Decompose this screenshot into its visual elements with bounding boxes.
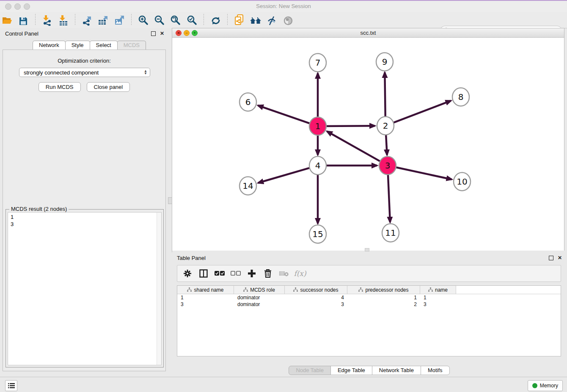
table-options-icon[interactable] (182, 268, 193, 279)
import-network-icon[interactable] (40, 14, 54, 27)
column-header-successor-nodes[interactable]: successor nodes (285, 286, 347, 294)
open-session-icon[interactable] (0, 14, 14, 28)
svg-text:10: 10 (457, 177, 467, 187)
hide-graphics-icon[interactable] (265, 14, 279, 28)
edge-3-10[interactable] (393, 167, 452, 179)
task-history-button[interactable] (5, 380, 17, 391)
graph-node-4[interactable]: 4 (309, 157, 326, 175)
graph-node-10[interactable]: 10 (454, 173, 471, 191)
unselect-all-icon[interactable] (231, 268, 241, 279)
table-cell[interactable]: 4 (285, 295, 347, 301)
table-cell[interactable]: 1 (420, 295, 456, 301)
svg-text:11: 11 (385, 228, 396, 238)
minimize-window-icon[interactable] (14, 3, 21, 10)
graph-node-14[interactable]: 14 (239, 177, 256, 195)
table-cell[interactable]: 1 (347, 295, 420, 301)
graph-node-1[interactable]: 1 (309, 117, 326, 135)
float-panel-icon[interactable] (151, 31, 156, 36)
zoom-fit-icon[interactable] (168, 14, 183, 27)
table-cell[interactable]: dominator (234, 295, 285, 301)
optimization-select-value: strongly connected component (24, 69, 99, 76)
mcds-result-area[interactable]: 1 3 (8, 212, 162, 365)
zoom-selected-icon[interactable] (185, 14, 199, 27)
svg-text:4: 4 (315, 160, 321, 171)
close-table-panel-icon[interactable]: ✕ (558, 255, 562, 261)
import-table-icon[interactable] (56, 14, 71, 27)
export-network-icon[interactable] (80, 14, 94, 27)
maximize-window-icon[interactable] (24, 3, 30, 10)
tab-motifs[interactable]: Motifs (421, 366, 450, 375)
tab-network-table[interactable]: Network Table (372, 366, 421, 375)
network-window-title: scc.txt (172, 30, 564, 36)
table-row[interactable]: 1dominator411 (177, 294, 561, 301)
table-cell[interactable]: 1 (177, 295, 234, 301)
run-mcds-button[interactable]: Run MCDS (39, 82, 81, 92)
tab-select[interactable]: Select (90, 41, 118, 50)
float-table-panel-icon[interactable] (549, 256, 553, 260)
zoom-in-icon[interactable] (136, 14, 151, 27)
edge-3-1[interactable] (327, 131, 383, 163)
save-session-icon[interactable] (16, 14, 30, 28)
toolbar-separator (75, 14, 75, 26)
show-column-panel-icon[interactable] (198, 268, 209, 279)
zoom-out-icon[interactable] (152, 14, 167, 27)
column-header-MCDS-role[interactable]: MCDS role (234, 286, 285, 294)
memory-button[interactable]: Memory (528, 380, 563, 391)
horizontal-splitter-handle[interactable] (365, 248, 369, 251)
graph-node-2[interactable]: 2 (377, 117, 394, 135)
edge-1-2[interactable] (323, 126, 375, 126)
home-icon[interactable] (248, 14, 263, 28)
export-image-icon[interactable] (113, 14, 127, 27)
graph-node-8[interactable]: 8 (452, 88, 469, 106)
apply-layout-icon[interactable] (209, 14, 223, 28)
graph-node-3[interactable]: 3 (379, 157, 396, 175)
delete-column-icon[interactable] (263, 268, 273, 279)
table-cell[interactable]: 3 (420, 301, 456, 307)
node-table[interactable]: shared nameMCDS rolesuccessor nodesprede… (177, 285, 561, 356)
edge-4-14[interactable] (258, 167, 313, 183)
close-panel-button[interactable]: Close panel (87, 82, 130, 92)
table-cell[interactable]: 3 (285, 301, 347, 307)
column-tree-icon (293, 287, 298, 292)
tab-mcds[interactable]: MCDS (117, 41, 146, 50)
tab-style[interactable]: Style (65, 41, 90, 50)
edge-1-6[interactable] (258, 105, 313, 124)
close-panel-icon[interactable]: ✕ (160, 30, 164, 36)
column-header-predecessor-nodes[interactable]: predecessor nodes (347, 286, 420, 294)
add-column-icon[interactable] (247, 268, 257, 279)
svg-text:9: 9 (382, 57, 388, 67)
show-graphics-icon (281, 14, 295, 28)
export-table-icon[interactable] (96, 14, 110, 27)
optimization-select[interactable]: strongly connected component ▲▼ (19, 68, 150, 77)
toolbar-separator (204, 14, 204, 26)
table-cell[interactable]: dominator (234, 301, 285, 307)
column-header-name[interactable]: name (420, 286, 456, 294)
select-all-icon[interactable] (215, 268, 225, 279)
column-header-shared-name[interactable]: shared name (177, 286, 234, 294)
traffic-lights[interactable] (5, 3, 33, 11)
scrollbar-track[interactable] (157, 213, 161, 365)
network-view-window: scc.txt ✕ − + 1234678910111415 (172, 28, 564, 251)
graph-svg[interactable]: 1234678910111415 (172, 38, 564, 251)
graph-node-9[interactable]: 9 (376, 53, 393, 71)
clone-network-icon[interactable] (232, 13, 247, 27)
edge-2-9[interactable] (385, 72, 385, 121)
svg-text:7: 7 (315, 58, 321, 68)
edge-2-8[interactable] (390, 101, 451, 124)
edge-3-11[interactable] (388, 171, 390, 222)
tab-edge-table[interactable]: Edge Table (330, 366, 372, 375)
graph-node-6[interactable]: 6 (239, 93, 256, 111)
svg-text:14: 14 (242, 181, 253, 191)
table-cell[interactable]: 2 (347, 301, 420, 307)
table-panel-title: Table Panel (177, 255, 206, 261)
tab-network[interactable]: Network (33, 41, 66, 50)
close-window-icon[interactable] (5, 3, 11, 10)
table-cell[interactable]: 3 (177, 301, 234, 307)
graph-node-7[interactable]: 7 (309, 54, 326, 72)
table-row[interactable]: 3dominator323 (177, 301, 561, 308)
svg-text:2: 2 (383, 121, 388, 131)
graph-node-15[interactable]: 15 (309, 225, 326, 243)
network-canvas[interactable]: 1234678910111415 (172, 38, 564, 251)
graph-node-11[interactable]: 11 (382, 224, 399, 242)
tab-node-table[interactable]: Node Table (289, 366, 331, 375)
